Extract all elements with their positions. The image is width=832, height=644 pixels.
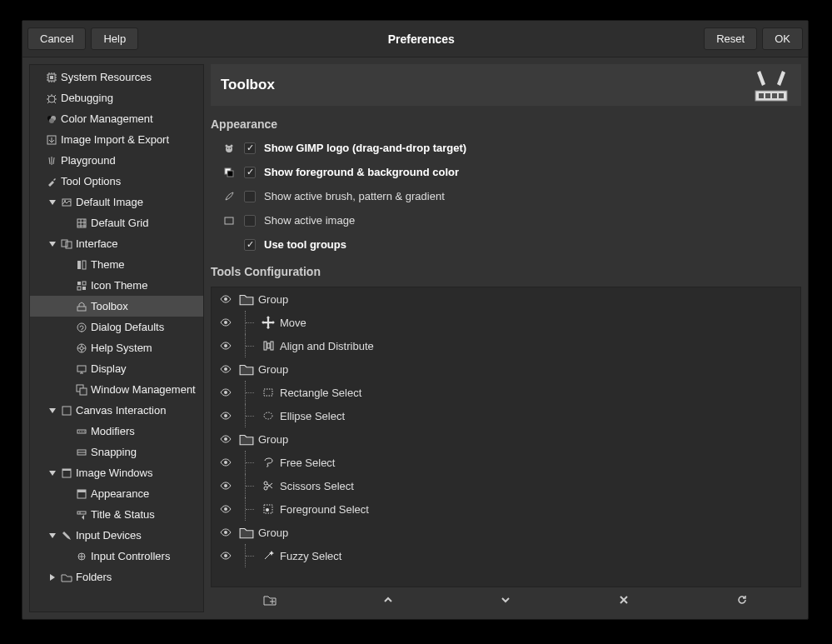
tree-item-canvas-interaction[interactable]: Canvas Interaction (30, 400, 203, 421)
tree-item-debugging[interactable]: Debugging (30, 87, 203, 108)
move-up-button[interactable] (378, 590, 398, 610)
tree-item-default-grid[interactable]: Default Grid (30, 212, 203, 233)
expander-icon[interactable] (47, 238, 58, 250)
checkbox-label[interactable]: Show foreground & background color (264, 166, 459, 178)
svg-rect-56 (264, 389, 272, 396)
tool-row-move[interactable]: Move (212, 311, 800, 334)
main-panel: Toolbox Appearance Show GIMP logo (drag-… (211, 64, 801, 612)
visibility-toggle-icon[interactable] (218, 292, 233, 307)
reset-button[interactable]: Reset (704, 27, 757, 50)
visibility-toggle-icon[interactable] (218, 432, 233, 447)
svg-rect-16 (77, 287, 81, 290)
tool-row-group[interactable]: Group (212, 357, 800, 381)
tree-item-appearance[interactable]: Appearance (30, 483, 203, 504)
visibility-toggle-icon[interactable] (218, 338, 233, 353)
expander-icon[interactable] (47, 467, 58, 479)
checkbox[interactable] (244, 142, 256, 154)
svg-point-58 (264, 412, 272, 419)
new-group-button[interactable] (260, 590, 280, 610)
checkbox-label[interactable]: Show active image (264, 214, 355, 227)
tree-item-input-controllers[interactable]: Input Controllers (30, 546, 203, 567)
delete-button[interactable] (614, 590, 634, 610)
tools-list[interactable]: GroupMoveAlign and DistributeGroupRectan… (211, 287, 801, 587)
visibility-toggle-icon[interactable] (218, 455, 233, 470)
image-icon (60, 196, 73, 209)
svg-point-63 (264, 487, 267, 490)
tree-item-theme[interactable]: Theme (30, 254, 203, 275)
tree-item-display[interactable]: Display (30, 358, 203, 379)
svg-point-50 (224, 344, 227, 347)
tree-item-snapping[interactable]: Snapping (30, 442, 203, 462)
visibility-toggle-icon[interactable] (218, 478, 233, 493)
tool-row-scissors-select[interactable]: Scissors Select (212, 474, 800, 497)
visibility-toggle-icon[interactable] (218, 525, 233, 540)
preferences-dialog: Cancel Help Preferences Reset OK System … (22, 20, 809, 620)
tree-item-color-management[interactable]: Color Management (30, 108, 203, 129)
tool-icon (45, 175, 58, 188)
tree-item-image-windows[interactable]: Image Windows (30, 462, 203, 483)
tree-item-tool-options[interactable]: Tool Options (30, 171, 203, 192)
move-down-button[interactable] (496, 590, 516, 610)
chip-icon (45, 71, 58, 84)
tool-row-group[interactable]: Group (212, 521, 800, 544)
tree-item-folders[interactable]: Folders (30, 567, 203, 587)
visibility-toggle-icon[interactable] (218, 315, 233, 330)
tree-line (245, 311, 257, 334)
ok-button[interactable]: OK (762, 27, 803, 50)
tool-row-group[interactable]: Group (212, 427, 800, 451)
tree-label: Default Image (76, 196, 143, 208)
checkbox-label[interactable]: Show active brush, pattern & gradient (264, 190, 445, 202)
tool-row-foreground-select[interactable]: Foreground Select (212, 497, 800, 521)
tree-item-input-devices[interactable]: Input Devices (30, 525, 203, 546)
tool-row-free-select[interactable]: Free Select (212, 451, 800, 474)
tool-label: Ellipse Select (280, 410, 345, 422)
tree-label: Dialog Defaults (91, 321, 164, 333)
checkbox-label[interactable]: Show GIMP logo (drag-and-drop target) (264, 142, 466, 154)
checkbox[interactable] (244, 239, 256, 251)
svg-rect-11 (66, 242, 72, 248)
tree-item-system-resources[interactable]: System Resources (30, 67, 203, 87)
expander-icon[interactable] (47, 572, 58, 583)
check-row-0: Show GIMP logo (drag-and-drop target) (211, 136, 801, 160)
checkbox[interactable] (244, 215, 256, 227)
visibility-toggle-icon[interactable] (218, 385, 233, 400)
tree-item-playground[interactable]: Playground (30, 150, 203, 171)
category-tree[interactable]: System ResourcesDebuggingColor Managemen… (29, 64, 204, 612)
tool-row-fuzzy-select[interactable]: Fuzzy Select (212, 544, 800, 567)
tree-item-interface[interactable]: Interface (30, 233, 203, 254)
tree-item-window-management[interactable]: Window Management (30, 379, 203, 400)
visibility-toggle-icon[interactable] (218, 502, 233, 517)
expander-icon[interactable] (47, 197, 58, 208)
expander-icon[interactable] (47, 405, 58, 417)
tree-label: Canvas Interaction (76, 404, 166, 417)
tree-item-dialog-defaults[interactable]: Dialog Defaults (30, 317, 203, 337)
tree-item-title-status[interactable]: Title & Status (30, 504, 203, 525)
tool-row-ellipse-select[interactable]: Ellipse Select (212, 404, 800, 427)
tree-item-toolbox[interactable]: Toolbox (30, 296, 203, 317)
checkbox-label[interactable]: Use tool groups (264, 238, 346, 251)
tree-item-default-image[interactable]: Default Image (30, 192, 203, 212)
visibility-toggle-icon[interactable] (218, 408, 233, 423)
tree-item-modifiers[interactable]: Modifiers (30, 421, 203, 442)
svg-rect-38 (772, 93, 777, 98)
reset-button-icon[interactable] (732, 590, 752, 610)
checkbox[interactable] (244, 191, 256, 202)
tool-row-align-and-distribute[interactable]: Align and Distribute (212, 334, 800, 357)
svg-point-59 (224, 437, 227, 441)
tree-item-icon-theme[interactable]: Icon Theme (30, 275, 203, 296)
svg-rect-53 (271, 342, 273, 350)
tool-row-rectangle-select[interactable]: Rectangle Select (212, 381, 800, 404)
tree-item-help-system[interactable]: Help System (30, 337, 203, 358)
tree-item-image-import-export[interactable]: Image Import & Export (30, 129, 203, 150)
cancel-button[interactable]: Cancel (27, 27, 86, 50)
tree-label: Image Windows (76, 467, 152, 479)
tool-row-group[interactable]: Group (212, 287, 800, 311)
help-button[interactable]: Help (91, 27, 138, 50)
checkbox[interactable] (244, 167, 256, 178)
svg-rect-26 (62, 407, 71, 415)
expander-icon[interactable] (47, 530, 58, 542)
svg-point-49 (224, 321, 227, 324)
lasso-icon (260, 454, 277, 471)
visibility-toggle-icon[interactable] (218, 548, 233, 563)
visibility-toggle-icon[interactable] (218, 362, 233, 377)
